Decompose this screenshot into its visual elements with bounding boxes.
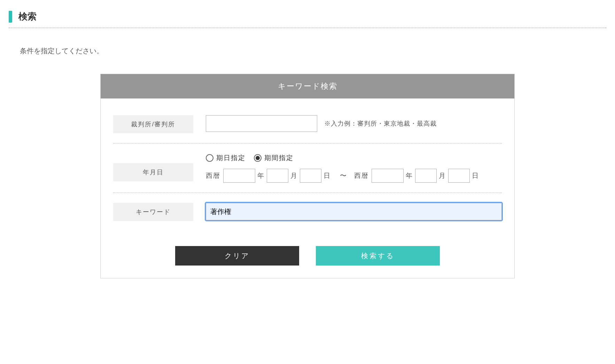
content-court: ※入力例：審判所・東京地裁・最高裁 [206,115,502,132]
search-panel: キーワード検索 裁判所/審判所 ※入力例：審判所・東京地裁・最高裁 年月日 [100,74,515,278]
from-era: 西暦 [206,171,223,180]
search-button[interactable]: 検索する [316,246,440,266]
header-divider [9,27,606,28]
label-date: 年月日 [113,163,193,181]
page-container: 検索 条件を指定してください。 キーワード検索 裁判所/審判所 ※入力例：審判所… [0,0,615,289]
court-hint: ※入力例：審判所・東京地裁・最高裁 [324,119,437,128]
row-court: 裁判所/審判所 ※入力例：審判所・東京地裁・最高裁 [113,115,502,143]
court-input[interactable] [206,115,317,132]
from-day-input[interactable] [300,169,321,183]
date-tilde: 〜 [333,171,354,180]
to-year-unit: 年 [404,171,415,180]
from-year-input[interactable] [223,169,255,183]
row-divider-2 [113,192,502,193]
from-year-unit: 年 [255,171,267,180]
to-day-input[interactable] [448,169,470,183]
from-day-unit: 日 [321,171,333,180]
date-radio-group: 期日指定 期間指定 [206,153,502,163]
row-keyword: キーワード [113,203,502,231]
row-divider-1 [113,143,502,144]
radio-range[interactable]: 期間指定 [254,153,294,163]
label-court: 裁判所/審判所 [113,115,193,133]
instruction-text: 条件を指定してください。 [20,46,606,56]
radio-range-label: 期間指定 [264,153,294,163]
date-range-inputs: 西暦 年 月 日 〜 西暦 年 月 日 [206,169,502,183]
radio-date[interactable]: 期日指定 [206,153,246,163]
content-date: 期日指定 期間指定 西暦 年 月 日 [206,153,502,183]
page-title: 検索 [18,10,37,23]
radio-range-circle-icon [254,154,262,162]
from-month-input[interactable] [267,169,288,183]
to-month-unit: 月 [437,171,448,180]
court-inline: ※入力例：審判所・東京地裁・最高裁 [206,115,502,132]
page-title-wrap: 検索 [9,10,606,23]
radio-date-label: 期日指定 [216,153,246,163]
row-date: 年月日 期日指定 期間指定 西暦 [113,153,502,192]
from-month-unit: 月 [288,171,300,180]
accent-bar-icon [9,11,12,23]
keyword-input[interactable] [206,203,502,220]
to-day-unit: 日 [470,171,481,180]
radio-date-circle-icon [206,154,213,162]
to-year-input[interactable] [372,169,404,183]
content-keyword [206,203,502,220]
button-row: クリア 検索する [113,246,502,266]
to-month-input[interactable] [415,169,437,183]
to-era: 西暦 [354,171,372,180]
panel-body: 裁判所/審判所 ※入力例：審判所・東京地裁・最高裁 年月日 期日指定 [101,98,514,278]
clear-button[interactable]: クリア [175,246,299,266]
label-keyword: キーワード [113,203,193,221]
panel-header: キーワード検索 [101,74,514,98]
